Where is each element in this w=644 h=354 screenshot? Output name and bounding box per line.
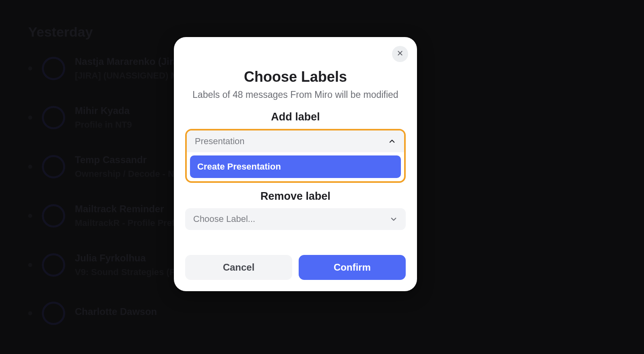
remove-label-section: Remove label Choose Label... [185,190,406,230]
modal-subtitle: Labels of 48 messages From Miro will be … [185,89,406,100]
chevron-up-icon [388,137,396,145]
create-label-option[interactable]: Create Presentation [190,155,401,178]
close-icon [397,50,403,58]
confirm-button-label: Confirm [334,262,371,273]
add-label-value: Presentation [195,136,388,147]
cancel-button[interactable]: Cancel [185,255,292,280]
modal-title: Choose Labels [185,68,406,85]
choose-labels-modal: Choose Labels Labels of 48 messages From… [174,37,417,291]
remove-label-select[interactable]: Choose Label... [185,208,406,230]
create-label-option-text: Create Presentation [197,161,281,172]
chevron-down-icon [390,215,398,223]
remove-label-placeholder: Choose Label... [193,214,390,224]
cancel-button-label: Cancel [223,262,255,273]
modal-button-row: Cancel Confirm [185,255,406,280]
close-button[interactable] [392,46,408,62]
remove-label-heading: Remove label [185,190,406,203]
add-label-combo-highlight: Presentation Create Presentation [185,129,406,183]
add-label-select[interactable]: Presentation [187,130,404,152]
add-label-heading: Add label [185,111,406,123]
confirm-button[interactable]: Confirm [299,255,406,280]
